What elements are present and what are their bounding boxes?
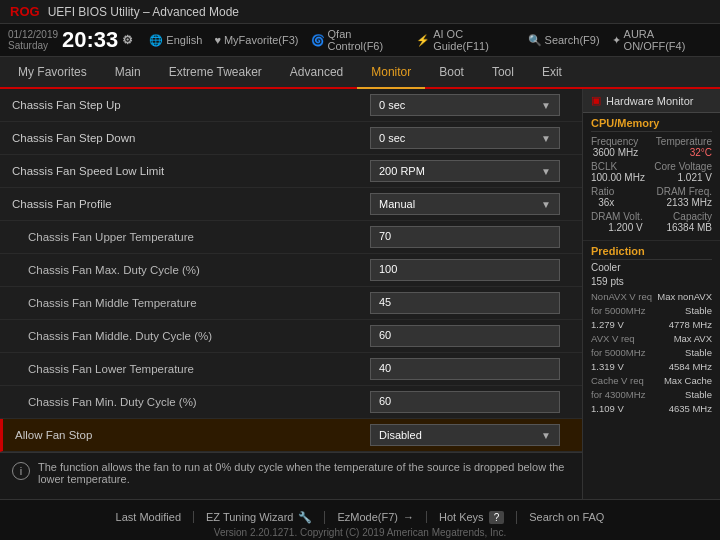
chevron-down-icon: ▼	[541, 166, 551, 177]
window-title: UEFI BIOS Utility – Advanced Mode	[48, 5, 239, 19]
last-modified-label: Last Modified	[116, 511, 181, 523]
chassis-fan-upper-temp-input[interactable]: 70	[370, 226, 560, 248]
chassis-fan-lower-temp-row: Chassis Fan Lower Temperature 40	[0, 353, 582, 386]
hot-keys-button[interactable]: Hot Keys ?	[427, 511, 517, 524]
prediction-cooler-label: Cooler	[591, 262, 712, 273]
lightning-icon: ⚡	[416, 34, 430, 47]
chassis-fan-profile-label: Chassis Fan Profile	[12, 198, 370, 210]
search-faq-button[interactable]: Search on FAQ	[517, 511, 616, 523]
chassis-fan-speed-low-limit-value: 200 RPM ▼	[370, 160, 570, 182]
pred-nonavx-row2: for 5000MHz Stable	[591, 305, 712, 316]
chassis-fan-step-down-label: Chassis Fan Step Down	[12, 132, 370, 144]
ezmode-label: EzMode(F7)	[337, 511, 398, 523]
footer-top: Last Modified EZ Tuning Wizard 🔧 EzMode(…	[0, 507, 720, 526]
core-voltage-value: 1.021 V	[654, 172, 712, 183]
nav-tool[interactable]: Tool	[478, 57, 528, 87]
capacity-value: 16384 MB	[666, 222, 712, 233]
nav-monitor[interactable]: Monitor	[357, 57, 425, 89]
core-voltage-label: Core Voltage	[654, 161, 712, 172]
nav-exit[interactable]: Exit	[528, 57, 576, 87]
ratio-label: Ratio	[591, 186, 614, 197]
arrow-right-icon: →	[403, 511, 414, 523]
allow-fan-stop-label: Allow Fan Stop	[15, 429, 370, 441]
chassis-fan-profile-dropdown[interactable]: Manual ▼	[370, 193, 560, 215]
hw-monitor-header: ▣ Hardware Monitor	[583, 89, 720, 113]
pred-cache-row2: for 4300MHz Stable	[591, 389, 712, 400]
frequency-label: Frequency	[591, 136, 638, 147]
chassis-fan-middle-duty-input[interactable]: 60	[370, 325, 560, 347]
allow-fan-stop-dropdown[interactable]: Disabled ▼	[370, 424, 560, 446]
chassis-fan-max-duty-label: Chassis Fan Max. Duty Cycle (%)	[12, 264, 370, 276]
aura-button[interactable]: ✦ AURA ON/OFF(F4)	[612, 28, 712, 52]
chassis-fan-min-duty-row: Chassis Fan Min. Duty Cycle (%) 60	[0, 386, 582, 419]
ez-tuning-wizard-button[interactable]: EZ Tuning Wizard 🔧	[194, 511, 325, 524]
myfavorite-button[interactable]: ♥ MyFavorite(F3)	[214, 34, 298, 46]
ezmode-button[interactable]: EzMode(F7) →	[325, 511, 427, 523]
chassis-fan-upper-temp-label: Chassis Fan Upper Temperature	[12, 231, 370, 243]
chassis-fan-min-duty-label: Chassis Fan Min. Duty Cycle (%)	[12, 396, 370, 408]
chassis-fan-middle-temp-value: 45	[370, 292, 570, 314]
chassis-fan-speed-low-limit-dropdown[interactable]: 200 RPM ▼	[370, 160, 560, 182]
hw-monitor-panel: ▣ Hardware Monitor CPU/Memory Frequency …	[582, 89, 720, 499]
chevron-down-icon: ▼	[541, 133, 551, 144]
copyright-text: Version 2.20.1271. Copyright (C) 2019 Am…	[0, 526, 720, 539]
fan-icon: 🌀	[311, 34, 325, 47]
bclk-value: 100.00 MHz	[591, 172, 645, 183]
settings-gear-icon[interactable]: ⚙	[122, 33, 133, 47]
chassis-fan-upper-temp-row: Chassis Fan Upper Temperature 70	[0, 221, 582, 254]
qfan-button[interactable]: 🌀 Qfan Control(F6)	[311, 28, 405, 52]
search-icon: 🔍	[528, 34, 542, 47]
pred-cache-row3: 1.109 V 4635 MHz	[591, 403, 712, 414]
chassis-fan-step-down-dropdown[interactable]: 0 sec ▼	[370, 127, 560, 149]
chassis-fan-step-down-value: 0 sec ▼	[370, 127, 570, 149]
chassis-fan-max-duty-row: Chassis Fan Max. Duty Cycle (%) 100	[0, 254, 582, 287]
pred-nonavx-row3: 1.279 V 4778 MHz	[591, 319, 712, 330]
hw-row-ratio-dram: Ratio 36x DRAM Freq. 2133 MHz	[591, 186, 712, 208]
prediction-title: Prediction	[591, 245, 712, 260]
chassis-fan-lower-temp-label: Chassis Fan Lower Temperature	[12, 363, 370, 375]
ez-tuning-wizard-label: EZ Tuning Wizard	[206, 511, 293, 523]
nav-boot[interactable]: Boot	[425, 57, 478, 87]
temperature-label: Temperature	[656, 136, 712, 147]
main-layout: Chassis Fan Step Up 0 sec ▼ Chassis Fan …	[0, 89, 720, 499]
capacity-label: Capacity	[666, 211, 712, 222]
ai-oc-button[interactable]: ⚡ AI OC Guide(F11)	[416, 28, 515, 52]
nav-extreme-tweaker[interactable]: Extreme Tweaker	[155, 57, 276, 87]
heart-icon: ♥	[214, 34, 221, 46]
nav-main[interactable]: Main	[101, 57, 155, 87]
chassis-fan-max-duty-input[interactable]: 100	[370, 259, 560, 281]
info-icons-bar: 🌐 English ♥ MyFavorite(F3) 🌀 Qfan Contro…	[149, 28, 712, 52]
ratio-value: 36x	[591, 197, 614, 208]
cpu-memory-title: CPU/Memory	[591, 117, 712, 132]
chassis-fan-lower-temp-input[interactable]: 40	[370, 358, 560, 380]
chassis-fan-speed-low-limit-row: Chassis Fan Speed Low Limit 200 RPM ▼	[0, 155, 582, 188]
fan-settings-table: Chassis Fan Step Up 0 sec ▼ Chassis Fan …	[0, 89, 582, 452]
chassis-fan-step-up-dropdown[interactable]: 0 sec ▼	[370, 94, 560, 116]
allow-fan-stop-value: Disabled ▼	[370, 424, 570, 446]
chassis-fan-middle-duty-value: 60	[370, 325, 570, 347]
pred-nonavx-row1: NonAVX V req Max nonAVX	[591, 291, 712, 302]
language-button[interactable]: 🌐 English	[149, 34, 202, 47]
chassis-fan-middle-duty-label: Chassis Fan Middle. Duty Cycle (%)	[12, 330, 370, 342]
dram-freq-value: 2133 MHz	[656, 197, 712, 208]
chassis-fan-max-duty-value: 100	[370, 259, 570, 281]
chassis-fan-middle-temp-input[interactable]: 45	[370, 292, 560, 314]
hw-monitor-title: Hardware Monitor	[606, 95, 693, 107]
pred-cache-row1: Cache V req Max Cache	[591, 375, 712, 386]
aura-icon: ✦	[612, 34, 621, 47]
nav-my-favorites[interactable]: My Favorites	[4, 57, 101, 87]
last-modified-button[interactable]: Last Modified	[104, 511, 194, 523]
cpu-memory-section: CPU/Memory Frequency 3600 MHz Temperatur…	[583, 113, 720, 241]
chassis-fan-step-up-label: Chassis Fan Step Up	[12, 99, 370, 111]
chassis-fan-middle-temp-row: Chassis Fan Middle Temperature 45	[0, 287, 582, 320]
chevron-down-icon: ▼	[541, 100, 551, 111]
chassis-fan-min-duty-value: 60	[370, 391, 570, 413]
title-bar: ROG UEFI BIOS Utility – Advanced Mode	[0, 0, 720, 24]
search-button[interactable]: 🔍 Search(F9)	[528, 34, 600, 47]
chassis-fan-middle-duty-row: Chassis Fan Middle. Duty Cycle (%) 60	[0, 320, 582, 353]
nav-advanced[interactable]: Advanced	[276, 57, 357, 87]
allow-fan-stop-row: Allow Fan Stop Disabled ▼	[0, 419, 582, 452]
content-area: Chassis Fan Step Up 0 sec ▼ Chassis Fan …	[0, 89, 582, 499]
chassis-fan-step-up-value: 0 sec ▼	[370, 94, 570, 116]
chassis-fan-min-duty-input[interactable]: 60	[370, 391, 560, 413]
